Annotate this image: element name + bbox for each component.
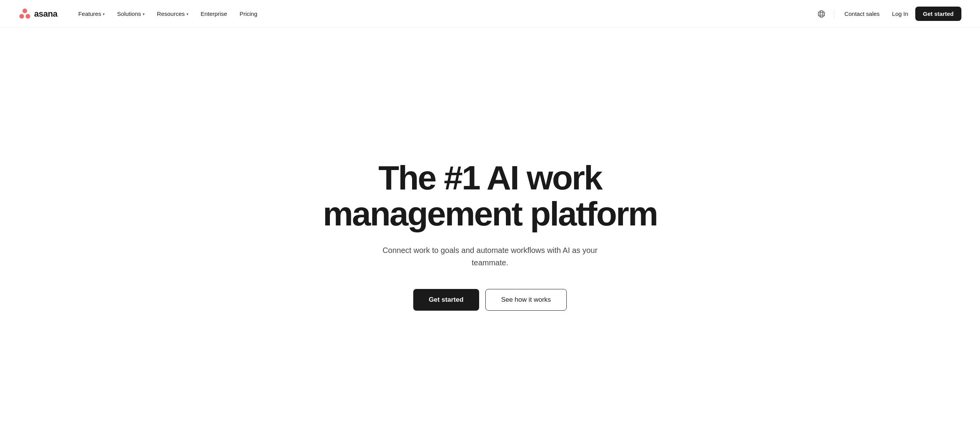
nav-label-enterprise: Enterprise bbox=[201, 10, 227, 17]
hero-buttons: Get started See how it works bbox=[413, 289, 567, 311]
svg-point-3 bbox=[818, 10, 825, 17]
hero-see-how-it-works-button[interactable]: See how it works bbox=[485, 289, 567, 311]
nav-link-resources[interactable]: Resources ▾ bbox=[152, 7, 194, 20]
nav-link-enterprise[interactable]: Enterprise bbox=[195, 7, 233, 20]
nav-label-resources: Resources bbox=[157, 10, 185, 17]
nav-label-pricing: Pricing bbox=[240, 10, 257, 17]
language-selector-button[interactable] bbox=[814, 6, 829, 22]
hero-get-started-button[interactable]: Get started bbox=[413, 289, 479, 311]
nav-link-features[interactable]: Features ▾ bbox=[73, 7, 110, 20]
nav-right: Contact sales Log In Get started bbox=[814, 6, 961, 22]
asana-logo-icon bbox=[19, 8, 31, 20]
svg-point-1 bbox=[19, 14, 24, 19]
globe-icon bbox=[818, 10, 825, 18]
svg-point-2 bbox=[26, 14, 30, 19]
nav-get-started-button[interactable]: Get started bbox=[915, 7, 961, 21]
contact-sales-button[interactable]: Contact sales bbox=[839, 7, 885, 20]
hero-subtitle: Connect work to goals and automate workf… bbox=[374, 244, 606, 269]
logo-text: asana bbox=[34, 9, 57, 19]
hero-section: The #1 AI work management platform Conne… bbox=[0, 28, 980, 435]
nav-links: Features ▾ Solutions ▾ Resources ▾ Enter… bbox=[73, 7, 814, 20]
nav-label-solutions: Solutions bbox=[117, 10, 141, 17]
logo[interactable]: asana bbox=[19, 8, 57, 20]
nav-label-features: Features bbox=[78, 10, 101, 17]
nav-link-solutions[interactable]: Solutions ▾ bbox=[112, 7, 150, 20]
nav-divider bbox=[834, 9, 834, 19]
login-button[interactable]: Log In bbox=[887, 7, 914, 20]
hero-title: The #1 AI work management platform bbox=[316, 160, 664, 232]
chevron-down-icon: ▾ bbox=[186, 12, 188, 16]
chevron-down-icon: ▾ bbox=[103, 12, 105, 16]
chevron-down-icon: ▾ bbox=[143, 12, 145, 16]
nav-link-pricing[interactable]: Pricing bbox=[234, 7, 263, 20]
navbar: asana Features ▾ Solutions ▾ Resources ▾… bbox=[0, 0, 980, 28]
svg-point-4 bbox=[820, 10, 823, 17]
svg-point-0 bbox=[22, 9, 27, 13]
